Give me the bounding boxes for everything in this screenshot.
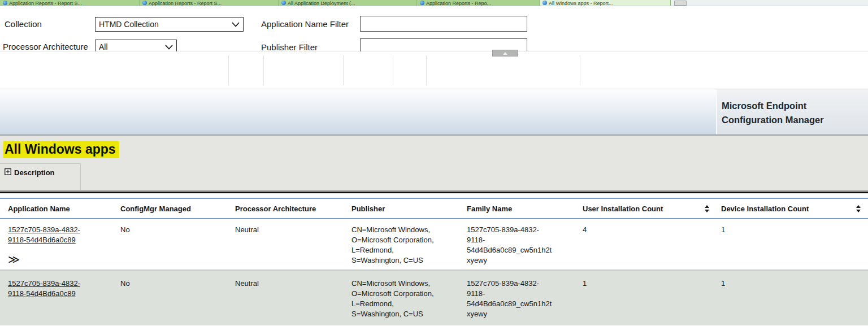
cell-processor-architecture: Neutral bbox=[231, 219, 347, 270]
col-family-name: Family Name bbox=[462, 205, 578, 213]
double-chevron-icon[interactable]: ≫ bbox=[8, 254, 20, 264]
cell-configmgr-managed: No bbox=[116, 219, 231, 270]
table-row: 1527c705-839a-4832- 9118-54d4Bd6a0c89 No… bbox=[0, 271, 868, 325]
toolbar-separator bbox=[228, 55, 229, 85]
sort-asc-icon bbox=[856, 205, 861, 208]
col-configmgr-managed: ConfigMgr Managed bbox=[116, 205, 231, 213]
application-name-filter-input[interactable] bbox=[360, 16, 527, 32]
toolbar-separator bbox=[580, 55, 580, 85]
col-application-name: Application Name bbox=[0, 205, 116, 213]
toolbar-separator bbox=[393, 55, 393, 85]
description-expander[interactable]: Description bbox=[0, 163, 81, 190]
col-user-installation-count: User Installation Count bbox=[578, 205, 717, 213]
brand-title: Microsoft Endpoint Configuration Manager bbox=[722, 99, 843, 127]
cell-device-installation-count: 1 bbox=[717, 219, 868, 270]
collection-select-value: HTMD Collection bbox=[99, 20, 159, 29]
toolbar-separator bbox=[343, 55, 344, 85]
col-publisher: Publisher bbox=[347, 205, 462, 213]
browser-tab-3[interactable]: All Application Deployment (... bbox=[279, 0, 417, 6]
report-body: All Windows apps Description Application… bbox=[0, 136, 868, 326]
cell-publisher: CN=Microsoft Windows, O=Microsoft Corpor… bbox=[347, 271, 462, 325]
report-table: Application Name ConfigMgr Managed Proce… bbox=[0, 194, 868, 326]
col-device-installation-count: Device Installation Count bbox=[717, 205, 868, 213]
report-title: All Windows apps bbox=[3, 141, 119, 158]
col-processor-architecture: Processor Architecture bbox=[231, 205, 347, 213]
browser-tab-bar: Application Reports - Report S... Applic… bbox=[0, 0, 868, 6]
sort-desc-icon bbox=[705, 210, 709, 212]
cell-device-installation-count: 1 bbox=[717, 271, 868, 325]
publisher-filter-label: Publisher Filter bbox=[261, 42, 318, 52]
browser-tab-1[interactable]: Application Reports - Report S... bbox=[0, 0, 140, 6]
cell-processor-architecture: Neutral bbox=[231, 271, 347, 325]
table-header-row: Application Name ConfigMgr Managed Proce… bbox=[0, 198, 868, 219]
table-row: 1527c705-839a-4832- 9118-54d4Bd6a0c89 ≫ … bbox=[0, 219, 868, 271]
collection-label: Collection bbox=[5, 19, 42, 29]
table-top-rule-thick bbox=[0, 192, 868, 193]
browser-tab-2[interactable]: Application Reports - Report S... bbox=[140, 0, 279, 6]
collapse-arrow-icon bbox=[503, 52, 507, 55]
sort-device-installation-count-button[interactable] bbox=[856, 205, 861, 212]
expand-plus-icon bbox=[5, 168, 11, 175]
browser-tab-label: Application Reports - Report S... bbox=[149, 1, 222, 6]
cell-application-name: 1527c705-839a-4832- 9118-54d4Bd6a0c89 bbox=[0, 271, 116, 325]
sort-asc-icon bbox=[705, 205, 709, 208]
ie-globe-icon bbox=[142, 1, 147, 5]
new-tab-button[interactable] bbox=[674, 1, 687, 6]
report-header-band: Microsoft Endpoint Configuration Manager bbox=[0, 89, 868, 136]
processor-architecture-label: Processor Architecture bbox=[3, 42, 88, 51]
chevron-down-icon bbox=[165, 45, 173, 50]
cell-application-name: 1527c705-839a-4832- 9118-54d4Bd6a0c89 ≫ bbox=[0, 219, 116, 270]
toolbar-separator bbox=[426, 55, 427, 85]
browser-tab-label: All Windows apps - Report... bbox=[549, 1, 613, 6]
brand-panel: Microsoft Endpoint Configuration Manager bbox=[716, 89, 868, 134]
collection-select[interactable]: HTMD Collection bbox=[95, 17, 244, 32]
chevron-down-icon bbox=[232, 22, 240, 27]
report-parameters-panel: Collection HTMD Collection Application N… bbox=[0, 6, 868, 51]
browser-tab-active[interactable]: All Windows apps - Report... bbox=[540, 0, 671, 6]
application-name-filter-label: Application Name Filter bbox=[261, 19, 349, 29]
cell-family-name: 1527c705-839a-4832- 9118- 54d4Bd6a0c89_c… bbox=[462, 271, 578, 325]
col-user-installation-count-label: User Installation Count bbox=[583, 205, 663, 213]
cell-configmgr-managed: No bbox=[116, 271, 231, 325]
ie-globe-icon bbox=[281, 1, 286, 5]
col-device-installation-count-label: Device Installation Count bbox=[721, 205, 809, 213]
cell-publisher: CN=Microsoft Windows, O=Microsoft Corpor… bbox=[347, 219, 462, 270]
ie-globe-icon bbox=[542, 1, 547, 5]
browser-tab-label: Application Reports - Report S... bbox=[9, 1, 82, 6]
sort-desc-icon bbox=[856, 210, 861, 212]
cell-family-name: 1527c705-839a-4832- 9118- 54d4Bd6a0c89_c… bbox=[462, 219, 578, 270]
toolbar-separator bbox=[263, 55, 264, 85]
report-toolbar: of 2 ? 100% Find bbox=[0, 51, 868, 89]
parameters-collapse-handle[interactable] bbox=[492, 50, 518, 56]
ie-globe-icon bbox=[3, 1, 7, 5]
table-top-rule-thin bbox=[0, 190, 868, 190]
sort-user-installation-count-button[interactable] bbox=[705, 205, 709, 212]
browser-tab-label: All Application Deployment (... bbox=[288, 1, 355, 6]
description-label: Description bbox=[14, 168, 55, 177]
application-name-link[interactable]: 1527c705-839a-4832- 9118-54d4Bd6a0c89 bbox=[8, 279, 80, 299]
browser-tab-4[interactable]: Application Reports - Repo... bbox=[417, 0, 540, 6]
cell-user-installation-count: 4 bbox=[578, 219, 717, 270]
processor-architecture-select-value: All bbox=[99, 42, 108, 51]
ie-globe-icon bbox=[420, 1, 424, 5]
report-viewer-window: Application Reports - Report S... Applic… bbox=[0, 0, 868, 326]
application-name-link[interactable]: 1527c705-839a-4832- 9118-54d4Bd6a0c89 bbox=[8, 225, 80, 245]
browser-tab-label: Application Reports - Repo... bbox=[426, 1, 491, 6]
cell-user-installation-count: 1 bbox=[578, 271, 717, 325]
